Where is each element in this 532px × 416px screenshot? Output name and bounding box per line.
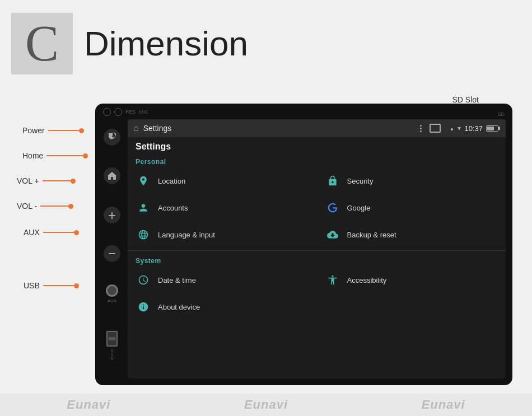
menu-icon[interactable] (419, 124, 423, 133)
usb-label: USB (24, 281, 40, 290)
personal-section-header: Personal (128, 154, 506, 167)
usb-arrow (43, 283, 79, 288)
settings-item-about[interactable]: About device (128, 293, 317, 320)
accessibility-icon (325, 272, 340, 288)
settings-item-security[interactable]: Security (317, 167, 506, 194)
usb-port: U S B (106, 331, 118, 360)
settings-page-title: Settings (136, 142, 171, 151)
vol-plus-arrow (43, 179, 76, 184)
vol-minus-arrow (40, 204, 73, 209)
settings-heading: Settings (128, 137, 506, 154)
accounts-label: Accounts (158, 204, 188, 212)
wifi-icon: ▾ (458, 124, 461, 132)
brand-title: Dimension (84, 24, 248, 63)
mic-button[interactable] (114, 108, 122, 116)
vol-plus-label-area: VOL + (17, 176, 76, 185)
res-button[interactable] (103, 108, 111, 116)
home-label: Home (22, 151, 43, 160)
language-label: Language & input (158, 231, 215, 239)
location-icon (136, 173, 151, 189)
aux-port-label: AUX (108, 298, 116, 303)
top-strip: RES MIC (103, 108, 148, 116)
power-label: Power (22, 126, 45, 135)
device-shell: RES MIC SD (95, 104, 512, 385)
location-status-icon: ⬧ (450, 124, 454, 133)
watermark-1: Eunavi (67, 398, 110, 412)
vol-minus-label-area: VOL - (17, 202, 73, 211)
mic-text: MIC (139, 109, 149, 115)
settings-item-language[interactable]: Language & input (128, 221, 317, 248)
settings-item-location[interactable]: Location (128, 167, 317, 194)
settings-item-accounts[interactable]: Accounts (128, 194, 317, 221)
aux-arrow (43, 230, 79, 235)
settings-title: Settings (143, 124, 415, 133)
about-icon (136, 299, 151, 315)
language-icon (136, 227, 151, 242)
vol-plus-button[interactable] (104, 207, 120, 223)
home-arrow (46, 153, 88, 158)
security-label: Security (347, 177, 374, 185)
usb-label-area: USB (24, 281, 79, 290)
logo-letter: C (25, 18, 59, 69)
system-label: System (136, 257, 161, 265)
personal-items-grid: Location Security (128, 167, 506, 248)
datetime-icon (136, 272, 151, 288)
watermark-2: Eunavi (244, 398, 288, 412)
res-text: RES (125, 109, 136, 115)
aux-port: AUX (106, 284, 118, 303)
settings-screen: Settings Personal Location (128, 137, 506, 378)
logo-box: C (11, 13, 73, 74)
about-label: About device (158, 303, 200, 311)
left-panel: AUX U S B (100, 120, 124, 368)
settings-item-accessibility[interactable]: Accessibility (317, 267, 506, 293)
status-bar: ⌂ Settings ⬧ ▾ 10:37 (128, 119, 506, 137)
watermark-3: Eunavi (422, 398, 465, 412)
location-label: Location (158, 177, 185, 185)
device-screen: ⌂ Settings ⬧ ▾ 10:37 (128, 119, 506, 378)
section-divider (128, 250, 506, 251)
sd-indicator: SD (497, 108, 505, 118)
watermark-row: Eunavi Eunavi Eunavi (0, 394, 532, 416)
svg-rect-0 (111, 133, 113, 137)
system-section-header: System (128, 253, 506, 267)
power-button[interactable] (104, 129, 120, 146)
status-time: 10:37 (464, 124, 483, 133)
accessibility-label: Accessibility (347, 276, 387, 284)
power-label-area: Power (22, 126, 84, 135)
aux-label-area: AUX (24, 228, 79, 237)
vol-plus-label: VOL + (17, 176, 39, 185)
google-label: Google (347, 204, 371, 212)
datetime-label: Date & time (158, 276, 196, 284)
status-right-icons: ⬧ ▾ 10:37 (450, 124, 500, 133)
settings-item-google[interactable]: Google (317, 194, 506, 221)
aux-label: AUX (24, 228, 40, 237)
vol-minus-button[interactable] (104, 245, 120, 262)
home-label-area: Home (22, 151, 88, 160)
home-nav-icon[interactable]: ⌂ (133, 123, 139, 133)
personal-label: Personal (136, 158, 166, 166)
battery-icon (486, 125, 500, 132)
vol-minus-label: VOL - (17, 202, 37, 211)
backup-icon (325, 227, 340, 242)
header: C Dimension (0, 0, 532, 87)
security-icon (325, 173, 340, 189)
accounts-icon (136, 200, 151, 216)
svg-rect-1 (109, 253, 115, 254)
settings-item-backup[interactable]: Backup & reset (317, 221, 506, 248)
device-area: SD Slot Power Home VOL + VOL - (0, 87, 532, 394)
sd-text: SD (497, 111, 505, 117)
home-button[interactable] (104, 167, 120, 184)
backup-label: Backup & reset (347, 231, 396, 239)
settings-item-datetime[interactable]: Date & time (128, 267, 317, 293)
sd-slot-text: SD Slot (452, 95, 479, 104)
google-icon (325, 200, 340, 216)
power-arrow (48, 128, 84, 133)
system-items-grid: Date & time Accessibility (128, 267, 506, 320)
screenshot-icon[interactable] (430, 124, 441, 133)
